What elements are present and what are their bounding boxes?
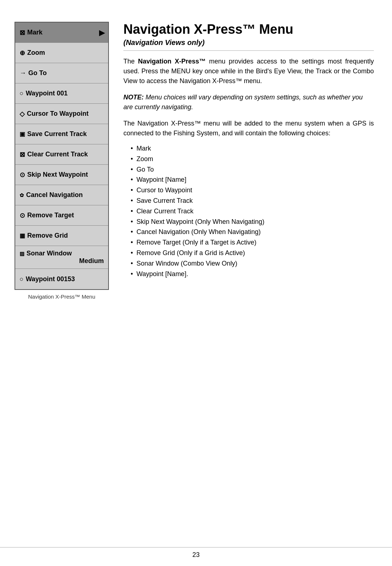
sonar-sublabel: Medium [20,257,104,265]
menu-label-savetrack: Save Current Track [27,130,87,138]
list-item: Clear Current Track [131,206,374,217]
clear-icon [20,151,25,159]
list-item: Mark [131,143,374,154]
list-item: Remove Grid (Only if a Grid is Active) [131,248,374,258]
menu-item-waypoint001[interactable]: Waypoint 001 [15,83,108,104]
list-item: Skip Next Waypoint (Only When Navigating… [131,217,374,227]
intro-paragraph: The Navigation X-Press™ menu provides ac… [123,57,374,86]
menu-item-skipwaypoint[interactable]: Skip Next Waypoint [15,165,108,185]
menu-label-removetarget: Remove Target [27,212,74,219]
waypoint00153-icon [20,275,24,283]
title-divider [123,50,374,51]
menu-item-goto[interactable]: Go To [15,63,108,83]
bullet-list: Mark Zoom Go To Waypoint [Name] Cursor t… [123,143,374,279]
menu-label-sonar: Sonar Window [26,250,72,257]
right-panel: Navigation X-Press™ Menu (Navigation Vie… [113,15,392,544]
mark-icon [20,29,25,37]
menu-item-removetarget[interactable]: Remove Target [15,205,108,226]
bold-brand: Navigation X-Press™ [138,58,205,65]
removegrid-icon [20,232,25,239]
page-footer: 23 [0,547,392,559]
menu-label-cursor: Cursor To Waypoint [27,110,89,118]
cursor-icon [20,110,25,118]
menu-label-goto: Go To [28,69,47,77]
body-paragraph: The Navigation X-Press™ menu will be add… [123,119,374,138]
menu-label-skipwaypoint: Skip Next Waypoint [27,171,88,179]
skip-icon [20,171,25,179]
menu-item-cursor[interactable]: Cursor To Waypoint [15,104,108,124]
sonar-icon [20,251,24,257]
list-item: Save Current Track [131,196,374,206]
menu-label-waypoint00153: Waypoint 00153 [26,275,75,283]
menu-item-savetrack[interactable]: Save Current Track [15,124,108,144]
list-item: Cursor to Waypoint [131,185,374,196]
list-item: Remove Target (Only if a Target is Activ… [131,237,374,248]
note-paragraph: NOTE: Menu choices will vary depending o… [123,93,374,112]
menu-item-mark[interactable]: Mark ▶ [15,22,108,43]
arrow-icon: ▶ [99,28,105,37]
removetarget-icon [20,212,25,220]
list-item: Waypoint [Name] [131,175,374,185]
menu-item-waypoint00153[interactable]: Waypoint 00153 [15,269,108,289]
menu-label-removegrid: Remove Grid [27,232,68,239]
waypoint001-icon [20,90,24,97]
list-item: Cancel Navigation (Only When Navigating) [131,227,374,237]
list-item: Sonar Window (Combo View Only) [131,258,374,269]
goto-icon [20,69,26,77]
menu-label-cleartrack: Clear Current Track [27,151,88,158]
menu-item-zoom[interactable]: Zoom [15,43,108,63]
menu-caption: Navigation X-Press™ Menu [15,294,109,300]
page-title: Navigation X-Press™ Menu [123,22,374,37]
save-icon [20,131,25,138]
menu-item-cleartrack[interactable]: Clear Current Track [15,144,108,165]
menu-label-zoom: Zoom [27,49,45,57]
note-label: NOTE: [123,94,144,101]
menu-label-waypoint001: Waypoint 001 [26,90,68,97]
list-item: Zoom [131,154,374,164]
zoom-icon [20,49,25,57]
menu-item-removegrid[interactable]: Remove Grid [15,226,108,246]
menu-item-cancelnav[interactable]: Cancel Navigation [15,185,108,205]
page-subtitle: (Navigation Views only) [123,38,374,47]
left-panel: Mark ▶ Zoom Go To Waypoint 001 Curso [0,15,113,544]
menu-item-sonar[interactable]: Sonar Window Medium [15,246,108,269]
cancel-icon [20,192,24,198]
list-item: Waypoint [Name]. [131,269,374,279]
page-number: 23 [192,551,200,558]
menu-label-cancelnav: Cancel Navigation [26,191,83,199]
menu-label-mark: Mark [27,29,42,36]
menu-container: Mark ▶ Zoom Go To Waypoint 001 Curso [15,22,109,290]
list-item: Go To [131,164,374,175]
